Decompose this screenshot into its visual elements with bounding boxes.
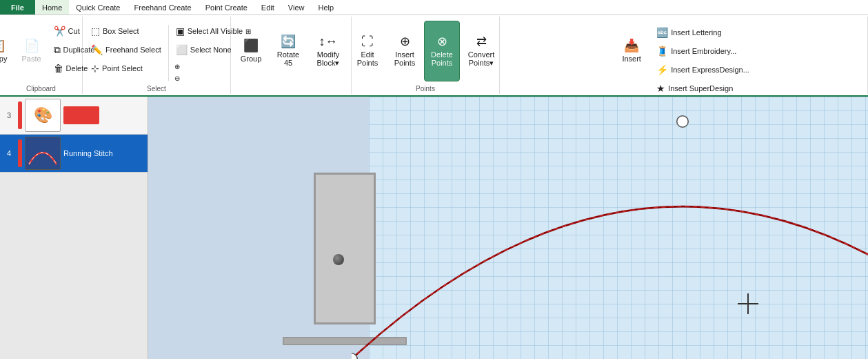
- copy-button[interactable]: 📋 Copy: [0, 21, 14, 81]
- file-menu[interactable]: File: [0, 0, 35, 14]
- help-menu[interactable]: Help: [311, 0, 341, 14]
- modify-block-button[interactable]: ↕↔ Modify Block▾: [307, 21, 349, 81]
- layer-item-4[interactable]: 4 Running Stitch: [0, 135, 148, 173]
- quick-create-menu[interactable]: Quick Create: [69, 0, 127, 14]
- select-label: Select: [147, 84, 166, 93]
- delete-points-icon: ⊗: [437, 35, 447, 48]
- layer-indicator-3: [18, 101, 22, 129]
- home-menu[interactable]: Home: [35, 0, 69, 14]
- canvas-bg-grid: [369, 97, 868, 359]
- insert-lettering-icon: 🔤: [656, 28, 668, 37]
- layer-color-3: [63, 106, 99, 124]
- canvas-area[interactable]: [148, 97, 868, 359]
- delete-points-button[interactable]: ⊗ Delete Points: [424, 21, 460, 81]
- select-all-icon: ▣: [176, 26, 185, 36]
- layer-indicator-4: [18, 139, 22, 167]
- insert-button[interactable]: 📥 Insert: [614, 21, 649, 81]
- transform-group: ⬛ Group 🔄 Rotate 45 ↕↔ Modify Block▾: [231, 17, 352, 94]
- insert-superdesign-icon: ★: [656, 84, 665, 93]
- stitch-preview: [26, 138, 59, 168]
- insert-embroidery-icon: 🧵: [656, 46, 668, 56]
- freehand-create-menu[interactable]: Freehand Create: [128, 0, 199, 14]
- insert-icon: 📥: [624, 39, 639, 52]
- edit-menu[interactable]: Edit: [254, 0, 281, 14]
- freehand-select-button[interactable]: ✏️ Freehand Select: [87, 41, 165, 59]
- copy-icon: 📋: [0, 39, 6, 52]
- layer-num-4: 4: [3, 149, 15, 157]
- rotate45-button[interactable]: 🔄 Rotate 45: [270, 21, 306, 81]
- palette-icon: 🎨: [34, 106, 52, 124]
- insert-expressdesign-button[interactable]: ⚡ Insert ExpressDesign...: [652, 61, 754, 79]
- freehand-select-icon: ✏️: [91, 45, 103, 55]
- point-create-menu[interactable]: Point Create: [199, 0, 254, 14]
- insert-points-icon: ⊕: [400, 35, 410, 48]
- duplicate-icon: ⧉: [54, 45, 61, 55]
- clipboard-label: Clipboard: [26, 84, 56, 93]
- layer-item-3[interactable]: 3 🎨: [0, 97, 148, 135]
- select-none-icon: ⬜: [176, 45, 188, 55]
- modify-block-icon: ↕↔: [319, 35, 338, 48]
- door-container: [303, 152, 386, 345]
- main-area: 3 🎨 4 Running Stitch: [0, 97, 868, 359]
- edit-points-icon: ⛶: [361, 35, 374, 48]
- left-panel: 3 🎨 4 Running Stitch: [0, 97, 148, 359]
- insert-expressdesign-icon: ⚡: [656, 65, 668, 75]
- ribbon: 📋 Copy 📄 Paste ✂️ Cut ⧉ Duplicate 🗑: [0, 15, 868, 97]
- points-label: Points: [416, 84, 435, 93]
- point-select-icon: ⊹: [91, 64, 99, 73]
- cut-icon: ✂️: [54, 26, 65, 36]
- insert-embroidery-button[interactable]: 🧵 Insert Embroidery...: [652, 42, 754, 60]
- insert-group: 📥 Insert 🔤 Insert Lettering 🧵 Insert Emb…: [500, 17, 868, 94]
- layer-label-4: Running Stitch: [63, 149, 145, 157]
- select-group: ⬚ Box Select ✏️ Freehand Select ⊹ Point …: [83, 17, 231, 94]
- view-menu[interactable]: View: [281, 0, 312, 14]
- paste-button[interactable]: 📄 Paste: [17, 21, 47, 81]
- select-divider: [168, 25, 169, 81]
- layer-thumb-4: [25, 137, 61, 170]
- delete-icon: 🗑: [54, 64, 63, 73]
- group-button[interactable]: ⬛ Group: [233, 21, 269, 81]
- layer-num-3: 3: [3, 111, 15, 119]
- point-select-button[interactable]: ⊹ Point Select: [87, 59, 165, 77]
- box-select-button[interactable]: ⬚ Box Select: [87, 22, 165, 40]
- layer-thumb-3: 🎨: [25, 99, 61, 132]
- insert-superdesign-button[interactable]: ★ Insert SuperDesign: [652, 79, 754, 97]
- door-bottom: [283, 337, 407, 345]
- clipboard-group: 📋 Copy 📄 Paste ✂️ Cut ⧉ Duplicate 🗑: [0, 17, 83, 94]
- points-group: ⛶ Edit Points ⊕ Insert Points ⊗ Delete P…: [352, 17, 500, 94]
- convert-points-icon: ⇄: [476, 35, 487, 48]
- insert-points-button[interactable]: ⊕ Insert Points: [387, 21, 423, 81]
- rotate45-icon: 🔄: [281, 35, 296, 48]
- edit-points-button[interactable]: ⛶ Edit Points: [350, 21, 385, 81]
- menu-bar: File Home Quick Create Freehand Create P…: [0, 0, 868, 15]
- group-icon: ⬛: [243, 39, 259, 52]
- insert-lettering-button[interactable]: 🔤 Insert Lettering: [652, 23, 754, 41]
- door-frame: [314, 173, 376, 324]
- paste-icon: 📄: [24, 39, 39, 52]
- door-knob: [333, 254, 344, 265]
- box-select-icon: ⬚: [91, 26, 100, 36]
- convert-points-button[interactable]: ⇄ Convert Points▾: [461, 21, 501, 81]
